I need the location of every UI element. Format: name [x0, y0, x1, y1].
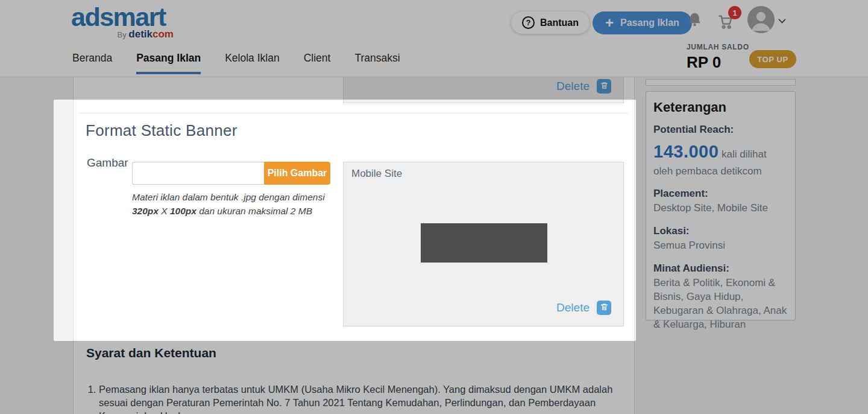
gambar-field-label: Gambar [87, 156, 128, 170]
terms-item: Pemasang iklan hanya terbatas untuk UMKM… [99, 383, 616, 414]
helper-width: 320px [132, 206, 159, 216]
plus-icon: + [605, 17, 614, 29]
cart-icon [717, 24, 735, 33]
trash-icon-button[interactable] [597, 79, 611, 94]
mobile-preview-title: Mobile Site [351, 168, 402, 180]
nav-item-client[interactable]: Client [304, 52, 331, 74]
adsmart-logo: adsmart By detikcom [71, 4, 177, 40]
helper-size: dan ukuran maksimal 2 MB [197, 206, 312, 216]
helper-text: Materi iklan dalam bentuk .jpg dengan di… [132, 192, 325, 202]
adsmart-brand-text: adsmart [71, 4, 177, 31]
notifications-button[interactable] [687, 11, 703, 30]
nav-item-kelola-iklan[interactable]: Kelola Iklan [225, 52, 279, 74]
trash-icon [600, 303, 608, 313]
byline-by: By [118, 30, 129, 39]
cart-badge: 1 [728, 6, 741, 19]
minat-audiensi-value: Berita & Politik, Ekonomi & Bisnis, Gaya… [653, 276, 788, 332]
chevron-down-icon [777, 19, 787, 28]
account-menu-toggle[interactable] [777, 16, 787, 28]
help-button-label: Bantuan [540, 18, 579, 28]
main-nav: Beranda Pasang Iklan Kelola Iklan Client… [72, 52, 400, 74]
section-divider [80, 113, 628, 113]
pick-image-button[interactable]: Pilih Gambar [264, 162, 330, 185]
bell-icon [687, 21, 703, 30]
post-ad-button[interactable]: + Pasang Iklan [593, 11, 692, 34]
nav-item-transaksi[interactable]: Transaksi [354, 52, 400, 74]
helper-height: 100px [170, 206, 197, 216]
byline-detik: detik [128, 28, 153, 40]
balance-block: JUMLAH SALDO RP 0 TOP UP [687, 43, 796, 72]
placement-value: Desktop Site, Mobile Site [653, 202, 788, 215]
mobile-delete-row: Delete [556, 301, 611, 315]
format-section-title: Format Static Banner [86, 121, 237, 140]
delete-link[interactable]: Delete [556, 80, 590, 93]
minat-audiensi-label: Minat Audiensi: [653, 263, 788, 275]
lokasi-label: Lokasi: [653, 225, 788, 237]
byline-com: com [153, 28, 174, 40]
mobile-preview-box: Mobile Site Delete [343, 162, 624, 326]
image-upload-group: Pilih Gambar [132, 162, 330, 185]
top-header: adsmart By detikcom Beranda Pasang Iklan… [0, 0, 868, 77]
banner-placeholder [421, 223, 547, 263]
trash-icon-button[interactable] [597, 301, 611, 315]
delete-link[interactable]: Delete [556, 301, 590, 314]
desktop-delete-row: Delete [556, 79, 611, 94]
question-mark-icon: ? [522, 16, 535, 29]
top-up-button[interactable]: TOP UP [749, 50, 796, 68]
terms-list: Pemasang iklan hanya terbatas untuk UMKM… [86, 383, 616, 414]
user-icon [747, 26, 775, 33]
post-ad-button-label: Pasang Iklan [620, 18, 679, 28]
trash-icon [600, 81, 608, 91]
sidebar-card-partial [646, 79, 796, 86]
placement-label: Placement: [653, 188, 788, 200]
keterangan-panel: Keterangan Potential Reach: 143.000 kali… [646, 91, 796, 320]
potential-reach-value: 143.000 kali dilihat oleh pembaca detikc… [653, 139, 788, 178]
terms-title: Syarat dan Ketentuan [86, 346, 216, 360]
avatar[interactable] [747, 6, 775, 33]
reach-number: 143.000 [653, 142, 719, 161]
image-filename-input[interactable] [132, 162, 264, 185]
keterangan-title: Keterangan [653, 100, 788, 115]
potential-reach-label: Potential Reach: [653, 124, 788, 136]
nav-item-beranda[interactable]: Beranda [72, 52, 112, 74]
nav-item-pasang-iklan[interactable]: Pasang Iklan [136, 52, 201, 74]
image-requirements-helper: Materi iklan dalam bentuk .jpg dengan di… [132, 190, 334, 218]
helper-x: X [159, 206, 170, 216]
page: Delete Format Static Banner Gambar Pilih… [0, 0, 868, 414]
lokasi-value: Semua Provinsi [653, 239, 788, 253]
help-button[interactable]: ? Bantuan [511, 11, 590, 34]
